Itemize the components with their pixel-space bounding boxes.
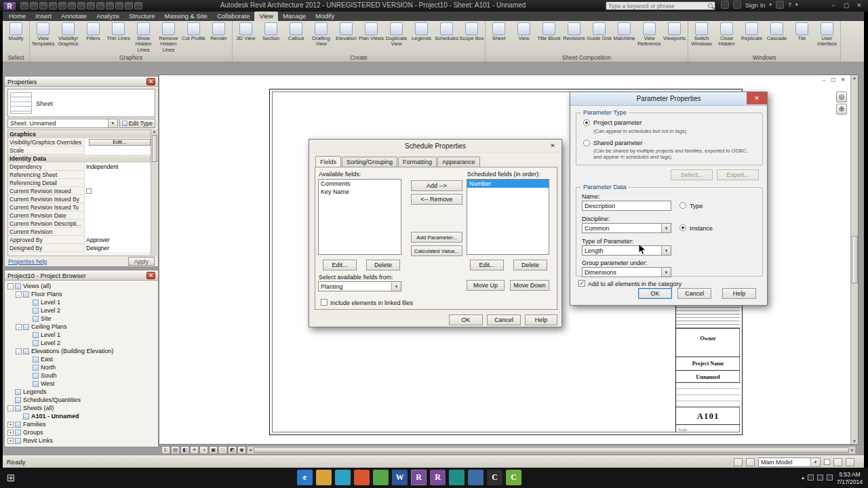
search-input[interactable] [608,3,700,9]
zoom-icon[interactable]: ⊕ [836,104,847,115]
include-linked-checkbox[interactable] [321,299,328,306]
property-value[interactable] [85,228,155,236]
scroll-up-icon[interactable]: ▲ [153,129,157,134]
ribbon-tab[interactable]: View [254,12,277,21]
infocenter-search[interactable] [606,1,715,10]
tree-item[interactable]: Site [5,314,158,323]
property-value[interactable] [85,146,155,155]
scrollbar-thumb[interactable] [254,447,849,453]
scrollbar-thumb[interactable] [152,135,157,162]
property-value[interactable]: Independent Independent [85,163,155,171]
ribbon-tab[interactable]: Home [4,12,31,21]
tree-expand-icon[interactable]: + [7,430,14,436]
ribbon-button[interactable]: Callout [283,22,309,54]
property-value[interactable] [85,171,155,179]
group-under-select[interactable]: Dimensions ▾ [582,267,671,277]
ribbon-button[interactable]: Cut Profile [181,22,206,54]
scroll-up-icon[interactable]: ▲ [852,76,856,80]
ribbon-tab[interactable]: Manage [278,12,311,21]
scheduled-fields-list[interactable]: Number [467,179,549,255]
property-value[interactable] [85,211,155,220]
tree-item[interactable]: + Revit Links [5,436,158,445]
instance-radio[interactable] [679,224,686,231]
ribbon-button[interactable]: Schedules [434,22,459,54]
tree-item[interactable]: + Families [5,420,158,428]
property-value[interactable] [85,187,155,195]
property-row[interactable]: Identity Data ▾ [8,155,155,163]
list-item[interactable]: Number [467,180,549,188]
ribbon-button[interactable]: Switch Windows [689,22,714,54]
cancel-button[interactable]: Cancel [677,288,711,299]
property-row[interactable]: Visibility/Graphics Overrides Edit... Ed… [8,138,155,146]
action-center-icon[interactable] [808,474,814,481]
minimize-icon[interactable]: – [828,1,839,10]
temporary-hide-isolate-icon[interactable]: ◩ [228,446,237,454]
crop-view-icon[interactable]: ▣ [209,446,218,454]
dialog-tab[interactable]: Formatting [398,157,437,167]
scrollbar-thumb[interactable] [852,236,858,283]
scale-icon[interactable]: 1: [161,446,170,454]
tree-item[interactable]: Level 1 [5,331,158,339]
ribbon-button[interactable]: View Templates [31,22,56,54]
apply-button[interactable]: Apply [128,257,155,266]
dialog-tab[interactable]: Sorting/Grouping [342,157,397,167]
view-restore-icon[interactable]: ▢ [829,77,837,83]
tree-expand-icon[interactable]: - [7,283,14,289]
ribbon-group-label[interactable]: Create [233,54,485,62]
tree-item[interactable]: Level 2 [5,306,158,314]
close-icon[interactable]: ✕ [545,140,561,151]
app-cyan-icon[interactable] [449,470,465,485]
sun-path-icon[interactable]: ☀ [190,446,199,454]
type-selector-combo[interactable]: Sheet: Unnamed ▾ [7,119,118,128]
horizontal-scrollbar[interactable]: ◄ ► [247,446,856,454]
ribbon-tab[interactable]: Annotate [56,12,92,21]
scroll-right-icon[interactable]: ► [850,448,854,452]
tree-item[interactable]: - Views (all) [5,282,158,290]
property-row[interactable]: Scale ▾ [8,146,155,155]
sign-in-caret-icon[interactable]: ▾ [770,2,772,7]
help-icon[interactable]: ? [788,1,791,8]
revit-icon[interactable]: R [430,470,446,485]
ribbon-button[interactable]: Scope Box [459,22,484,54]
property-value[interactable] [85,203,155,211]
start-button[interactable]: ⊞ [0,468,22,488]
ribbon-button[interactable]: Render [206,22,231,54]
property-row[interactable]: Current Revision Issued ▾ [8,187,155,195]
ribbon-tab[interactable]: Massing & Site [160,12,212,21]
ribbon-button[interactable]: Title Block [536,22,561,54]
delete-available-button[interactable]: Delete [366,260,400,270]
edit-overrides-button[interactable]: Edit... [89,139,151,146]
ribbon-group-label[interactable]: Select [3,54,29,62]
internet-explorer-icon[interactable]: e [297,470,313,485]
app-green-icon[interactable] [373,470,389,485]
property-value[interactable] [85,195,155,203]
design-options-select[interactable]: Main Model ▾ [758,458,821,467]
property-row[interactable]: Graphics ▾ [8,130,155,138]
ribbon-tab[interactable]: Structure [124,12,160,21]
ribbon-button[interactable]: Modify [3,22,28,54]
tree-expand-icon[interactable]: - [16,324,22,330]
visual-style-icon[interactable]: ◧ [180,446,189,454]
dialog-tab[interactable]: Appearance [437,157,480,167]
volume-icon[interactable] [827,474,833,481]
chevron-down-icon[interactable]: ▾ [661,246,671,255]
favorites-icon[interactable] [776,1,784,9]
measure-icon[interactable] [77,2,85,9]
edit-type-button[interactable]: Edit Type [119,119,155,128]
ribbon-tab[interactable]: Collaborate [212,12,255,21]
vertical-scrollbar[interactable]: ▲ ▼ [850,75,858,444]
file-explorer-icon[interactable] [316,470,332,485]
property-row[interactable]: Dependency Independent Independent ▾ [8,163,155,171]
ribbon-button[interactable]: User Interface [814,22,840,54]
tree-expand-icon[interactable]: + [7,422,14,428]
chevron-down-icon[interactable]: ▾ [810,458,820,466]
discipline-select[interactable]: Common ▾ [582,223,671,233]
3d-view-icon[interactable] [115,2,123,9]
edit-available-button[interactable]: Edit... [323,260,357,270]
export-shared-button[interactable]: Export... [717,169,759,180]
ribbon-button[interactable]: Replicate [739,22,764,54]
editable-only-icon[interactable] [746,458,755,466]
edit-scheduled-button[interactable]: Edit... [470,260,504,270]
shadows-icon[interactable]: ◑ [199,446,208,454]
close-icon[interactable]: ✕ [854,1,865,10]
